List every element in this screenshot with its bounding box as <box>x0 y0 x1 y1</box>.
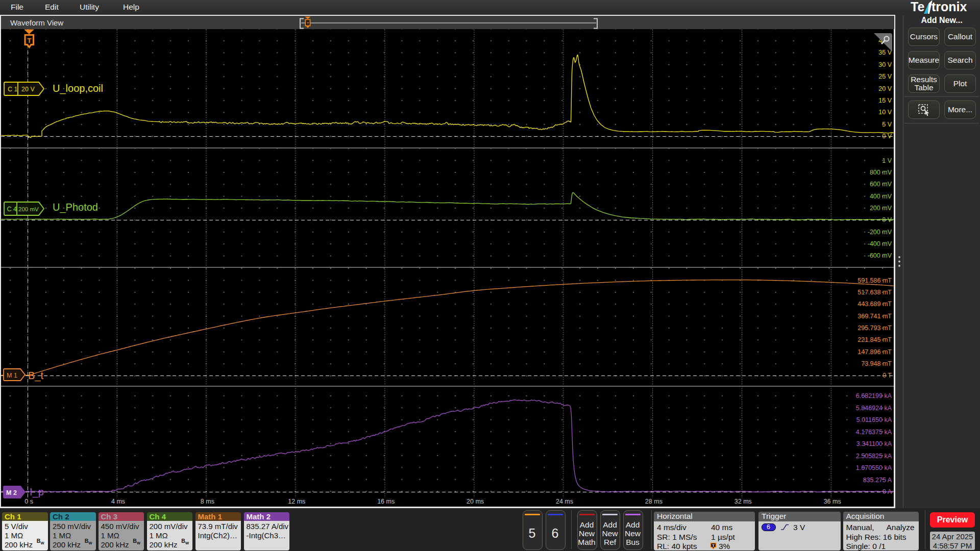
svg-text:T: T <box>27 37 32 44</box>
svg-text:M 1: M 1 <box>7 372 17 379</box>
svg-text:20 V: 20 V <box>21 86 35 93</box>
svg-text:Te: Te <box>911 1 924 14</box>
svg-text:T: T <box>712 543 715 548</box>
svg-text:200 mV: 200 mV <box>18 206 39 212</box>
svg-text:C 1: C 1 <box>8 86 18 93</box>
svg-text:T: T <box>307 21 309 26</box>
svg-text:tronix: tronix <box>932 1 967 14</box>
svg-text:M 2: M 2 <box>6 489 17 496</box>
svg-text:C 4: C 4 <box>7 206 17 213</box>
